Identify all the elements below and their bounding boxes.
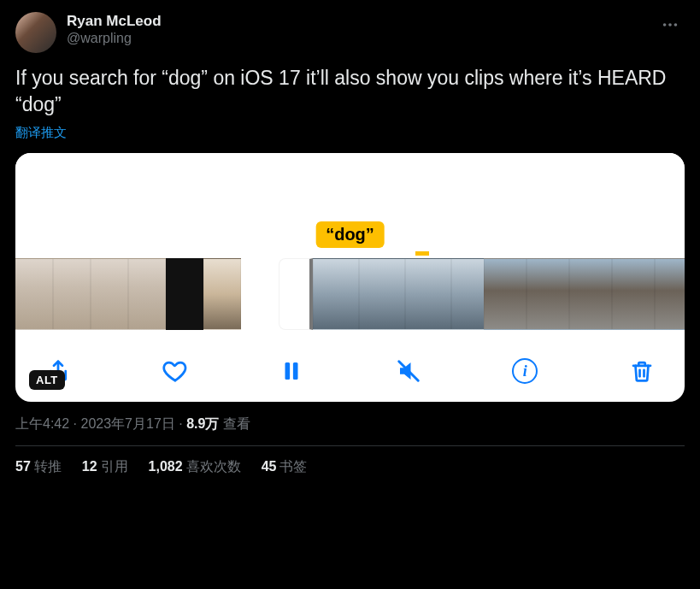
ellipsis-icon — [661, 15, 679, 34]
tweet-meta: 上午4:42 · 2023年7月17日 · 8.9万 查看 — [15, 415, 685, 433]
mute-button[interactable] — [385, 352, 432, 390]
clip-frame — [128, 258, 166, 330]
tweet-container: Ryan McLeod @warpling If you search for … — [0, 0, 700, 485]
clip-frame — [53, 258, 91, 330]
meta-views-label: 查看 — [219, 416, 250, 431]
pause-button[interactable] — [268, 352, 315, 390]
media-card[interactable]: “dog” — [15, 153, 685, 402]
media-inner: “dog” — [15, 153, 685, 402]
clip-frame — [359, 258, 405, 330]
speaker-mute-icon — [396, 358, 421, 384]
clip-group-1 — [15, 258, 241, 330]
info-icon: i — [512, 358, 538, 384]
svg-point-1 — [668, 23, 672, 27]
info-button[interactable]: i — [501, 352, 549, 390]
search-match-marker — [415, 251, 429, 256]
meta-time[interactable]: 上午4:42 — [15, 416, 69, 431]
clip-group-2 — [279, 258, 497, 330]
clip-frame — [405, 258, 451, 330]
stat-likes[interactable]: 1,082喜欢次数 — [149, 458, 241, 476]
tweet-stats: 57转推 12引用 1,082喜欢次数 45书签 — [15, 458, 685, 476]
clip-playhead[interactable] — [279, 258, 313, 330]
media-toolbar: i — [15, 337, 685, 390]
author-block[interactable]: Ryan McLeod @warpling — [67, 12, 162, 47]
clip-frame — [15, 258, 53, 330]
avatar[interactable] — [15, 12, 56, 53]
tweet-text: If you search for “dog” on iOS 17 it’ll … — [15, 65, 685, 118]
clip-frame — [569, 258, 612, 330]
translate-link[interactable]: 翻译推文 — [15, 125, 685, 141]
video-timeline[interactable] — [15, 251, 685, 337]
heart-icon — [162, 358, 188, 384]
delete-button[interactable] — [618, 352, 666, 390]
stat-bookmarks[interactable]: 45书签 — [262, 458, 308, 476]
clip-frame — [612, 258, 655, 330]
handle: @warpling — [67, 30, 162, 47]
clip-frame — [166, 258, 203, 330]
favorite-button[interactable] — [151, 352, 199, 390]
svg-rect-3 — [285, 362, 291, 380]
svg-point-0 — [663, 23, 667, 27]
clip-frame — [313, 258, 359, 330]
stat-retweets[interactable]: 57转推 — [15, 458, 62, 476]
trash-icon — [629, 358, 655, 384]
clip-frame — [203, 258, 241, 330]
clip-frame — [655, 258, 685, 330]
svg-rect-4 — [293, 362, 298, 380]
meta-date[interactable]: 2023年7月17日 — [80, 416, 174, 431]
svg-point-2 — [674, 23, 678, 27]
search-caption-pill: “dog” — [315, 221, 385, 248]
more-button[interactable] — [656, 12, 685, 41]
clip-frame — [526, 258, 569, 330]
pause-icon — [279, 358, 304, 384]
clip-group-3 — [484, 258, 685, 330]
clip-frame — [91, 258, 128, 330]
divider — [15, 445, 685, 446]
clip-frame — [484, 258, 526, 330]
stat-quotes[interactable]: 12引用 — [82, 458, 128, 476]
tweet-header: Ryan McLeod @warpling — [15, 12, 685, 53]
alt-badge[interactable]: ALT — [29, 370, 65, 390]
meta-views-count: 8.9万 — [186, 416, 219, 431]
display-name: Ryan McLeod — [67, 12, 162, 30]
